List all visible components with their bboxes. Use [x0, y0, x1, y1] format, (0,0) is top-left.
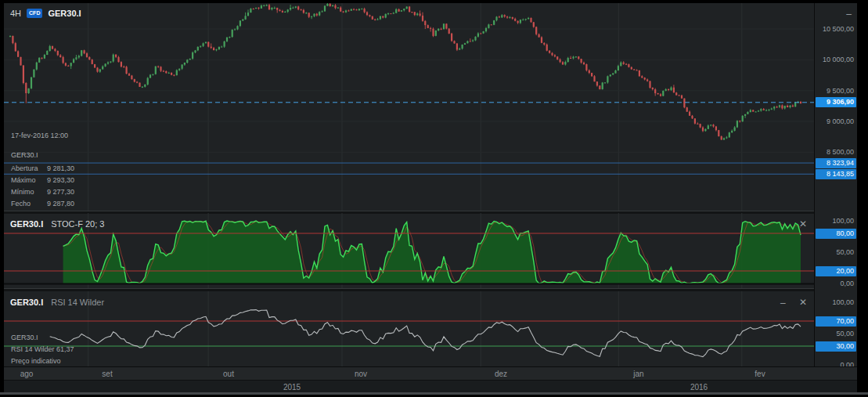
ohlc-tooltip: 17-fev-2016 12:00 GER30.I Abertura 9 281… [11, 130, 74, 210]
open-label: Abertura [11, 163, 47, 175]
stoch-symbol-label[interactable]: GER30.I [10, 219, 43, 229]
close-icon[interactable]: ✕ [799, 219, 807, 229]
rsi-legend: GER30.I RSI 14 Wilder 61,37 Preço indica… [11, 332, 74, 367]
month-label: out [223, 370, 234, 378]
stochastic-header: GER30.I STOC-F 20; 3 [10, 219, 104, 229]
close-label: Fecho [11, 198, 47, 210]
high-label: Máximo [11, 175, 47, 186]
stoch-indicator-label[interactable]: STOC-F 20; 3 [51, 219, 104, 229]
axis-tick-label: 50,00 [836, 248, 854, 256]
tooltip-row: Fecho 9 287,80 [11, 198, 74, 210]
rsi-legend-symbol: GER30.I [11, 332, 74, 344]
rsi-header: GER30.I RSI 14 Wilder [10, 298, 104, 307]
close-icon[interactable]: ✕ [799, 298, 807, 307]
axis-level-badge: 70,00 [816, 316, 856, 327]
axis-tick-label: 100,00 [832, 298, 854, 306]
instrument-label[interactable]: GER30.I [48, 9, 81, 18]
month-label: nov [355, 370, 367, 378]
low-value: 9 277,30 [47, 186, 74, 198]
tooltip-row: Abertura 9 281,30 [11, 163, 74, 175]
axis-tick-label: 8 500,00 [827, 148, 854, 156]
stochastic-chart[interactable] [4, 213, 815, 288]
interval-selector[interactable]: 4H [10, 9, 21, 18]
rsi-chart[interactable] [4, 291, 815, 366]
axis-level-badge: 8 323,94 [816, 158, 856, 168]
rsi-symbol-label[interactable]: GER30.I [10, 298, 43, 307]
axis-tick-label: 10 000,00 [823, 56, 854, 63]
year-axis: 20152016 [4, 380, 857, 393]
close-value: 9 287,80 [47, 198, 74, 210]
high-value: 9 293,30 [47, 175, 74, 186]
month-label: jan [633, 370, 643, 378]
year-label: 2016 [690, 383, 708, 392]
main-price-chart[interactable] [4, 3, 815, 211]
axis-level-badge: 80,00 [816, 229, 856, 239]
tooltip-symbol: GER30.I [11, 150, 74, 161]
tooltip-row: Máximo 9 293,30 [11, 175, 74, 186]
horizontal-scrollbar[interactable] [0, 392, 868, 395]
axis-tick-label: 9 500,00 [827, 87, 854, 95]
axis-tick-label: 50,00 [836, 330, 854, 337]
rsi-legend-note: Preço indicativo [11, 355, 74, 367]
low-label: Mínimo [11, 186, 47, 198]
axis-tick-label: 10 500,00 [823, 25, 854, 33]
axis-tick-label: 0,00 [840, 280, 854, 287]
open-value: 9 281,30 [47, 163, 74, 175]
month-label: ago [20, 370, 34, 378]
month-label: dez [495, 370, 507, 378]
minimize-icon[interactable]: – [846, 9, 852, 19]
chart-window: 10 500,0010 000,009 500,009 000,008 500,… [4, 3, 857, 389]
axis-level-badge: 30,00 [816, 341, 856, 352]
month-label: fev [755, 370, 765, 378]
rsi-legend-value: RSI 14 Wilder 61,37 [11, 344, 74, 355]
rsi-indicator-label[interactable]: RSI 14 Wilder [51, 298, 104, 307]
year-label: 2015 [283, 383, 301, 392]
chart-header: 4H CFD GER30.I [10, 9, 81, 18]
tooltip-row: Mínimo 9 277,30 [11, 186, 74, 198]
axis-tick-label: 100,00 [832, 217, 854, 225]
axis-level-badge: 20,00 [816, 266, 856, 276]
tooltip-datetime: 17-fev-2016 12:00 [11, 130, 74, 142]
month-label: set [102, 370, 112, 378]
cfd-badge-icon: CFD [27, 9, 42, 18]
minimize-icon[interactable]: – [780, 298, 786, 308]
axis-tick-label: 9 000,00 [827, 117, 854, 125]
price-axis[interactable]: 10 500,0010 000,009 500,009 000,008 500,… [814, 3, 857, 366]
current-price-badge: 9 306,90 [816, 97, 856, 107]
axis-level-badge: 8 143,85 [816, 169, 856, 179]
time-axis[interactable]: agosetoutnovdezjanfev [4, 366, 857, 381]
